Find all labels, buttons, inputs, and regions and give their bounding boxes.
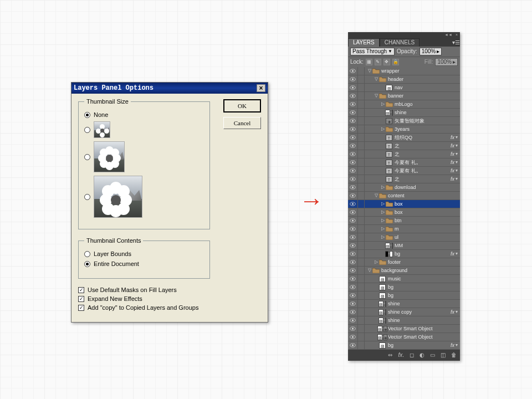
layer-row[interactable]: ▷▨▫shine copyfx▾ [348, 308, 460, 316]
effects-indicator[interactable]: fx [451, 135, 454, 140]
visibility-icon[interactable] [348, 250, 358, 258]
visibility-icon[interactable] [348, 291, 358, 299]
collapse-icon[interactable]: ◄◄ [444, 33, 452, 37]
layer-row[interactable]: ▷▨bg [348, 283, 460, 291]
visibility-icon[interactable] [348, 142, 358, 150]
ok-button[interactable]: OK [223, 99, 261, 112]
effects-indicator[interactable]: fx [451, 343, 454, 348]
visibility-icon[interactable] [348, 150, 358, 158]
visibility-icon[interactable] [348, 267, 358, 274]
entire-document-option[interactable]: Entire Document [84, 260, 204, 267]
layer-row[interactable]: ▷T之fx▾ [348, 142, 460, 150]
layer-row[interactable]: ▷T之fx▾ [348, 175, 460, 183]
visibility-icon[interactable] [348, 167, 358, 175]
layer-row[interactable]: ▷▨bgfx▾ [348, 341, 460, 350]
visibility-icon[interactable] [348, 208, 358, 216]
visibility-icon[interactable] [348, 258, 358, 266]
dialog-titlebar[interactable]: Layers Panel Options × [71, 83, 268, 94]
expand-icon[interactable]: ▷ [380, 102, 385, 106]
visibility-icon[interactable] [348, 333, 358, 341]
visibility-icon[interactable] [348, 158, 358, 166]
delete-layer-icon[interactable]: 🗑 [451, 352, 457, 358]
layer-row[interactable]: ▷▨music [348, 275, 460, 283]
expand-icon[interactable]: ▷ [380, 227, 385, 231]
layer-row[interactable]: ▷btn [348, 217, 460, 225]
blend-mode-select[interactable]: Pass Through ▼ [350, 48, 395, 55]
visibility-icon[interactable] [348, 233, 358, 241]
lock-pixels-icon[interactable]: ✎ [375, 59, 381, 65]
fill-input[interactable]: 100% ▸ [435, 58, 458, 66]
visibility-icon[interactable] [348, 308, 358, 316]
layer-row[interactable]: ▷▨▫MM [348, 242, 460, 250]
effects-indicator[interactable]: fx [451, 160, 454, 165]
effects-expand-icon[interactable]: ▾ [456, 160, 458, 165]
expand-icon[interactable]: ▷ [380, 185, 385, 190]
effects-expand-icon[interactable]: ▾ [456, 144, 458, 148]
tab-channels[interactable]: CHANNELS [380, 38, 420, 47]
layer-row[interactable]: ▷T今夏有 礼。fx▾ [348, 158, 460, 167]
tab-layers[interactable]: LAYERS [348, 38, 380, 47]
expand-icon[interactable]: ▽ [374, 193, 378, 198]
layer-row[interactable]: ▷◈矢量智能对象 [348, 117, 460, 125]
effects-expand-icon[interactable]: ▾ [456, 152, 458, 156]
effects-expand-icon[interactable]: ▾ [456, 177, 458, 181]
visibility-icon[interactable] [348, 283, 358, 291]
visibility-icon[interactable] [348, 100, 358, 108]
effects-indicator[interactable]: fx [451, 177, 454, 182]
expand-icon[interactable]: ▷ [380, 235, 385, 239]
layer-row[interactable]: ▷T今夏有 礼。fx▾ [348, 167, 460, 175]
visibility-icon[interactable] [348, 175, 358, 183]
layer-row[interactable]: ▷▨▫shine [348, 316, 460, 325]
visibility-icon[interactable] [348, 341, 358, 349]
visibility-icon[interactable] [348, 92, 358, 100]
visibility-icon[interactable] [348, 192, 358, 200]
expand-effects-check[interactable]: ✓ Expand New Effects [78, 295, 263, 302]
expand-icon[interactable]: ▽ [374, 94, 378, 98]
layer-row[interactable]: ▷T组织QQfx▾ [348, 134, 460, 142]
new-group-icon[interactable]: ▭ [430, 352, 435, 358]
panel-header-bar[interactable]: ◄◄ × [348, 32, 460, 37]
visibility-icon[interactable] [348, 325, 358, 332]
default-masks-check[interactable]: ✓ Use Default Masks on Fill Layers [78, 287, 263, 293]
layer-list[interactable]: ▽wrapper▽header▷▨nav▽banner▷mbLogo▷▨▫shi… [348, 67, 460, 350]
expand-icon[interactable]: ▷ [374, 260, 378, 264]
visibility-icon[interactable] [348, 134, 358, 141]
expand-icon[interactable]: ▷ [380, 127, 385, 131]
layer-row[interactable]: ▷m [348, 225, 460, 233]
thumb-none-option[interactable]: None [84, 111, 204, 118]
visibility-icon[interactable] [348, 242, 358, 249]
effects-indicator[interactable]: fx [451, 310, 454, 315]
opacity-input[interactable]: 100% ▸ [420, 48, 442, 55]
effects-indicator[interactable]: fx [451, 252, 454, 257]
thumb-large-option[interactable] [84, 176, 204, 218]
layer-row[interactable]: ▷▨▫shine [348, 300, 460, 308]
expand-icon[interactable]: ▷ [380, 218, 385, 223]
close-panel-icon[interactable]: × [456, 33, 458, 37]
effects-expand-icon[interactable]: ▾ [456, 168, 458, 173]
panel-menu-icon[interactable]: ▾☰ [452, 39, 460, 47]
visibility-icon[interactable] [348, 225, 358, 233]
thumb-medium-option[interactable] [84, 141, 204, 172]
layer-row[interactable]: ▷▨▫shine [348, 109, 460, 117]
thumb-small-option[interactable] [84, 121, 204, 138]
lock-transparency-icon[interactable]: ▦ [366, 59, 372, 65]
new-layer-icon[interactable]: ◫ [441, 352, 446, 358]
expand-icon[interactable]: ▽ [374, 77, 378, 81]
visibility-icon[interactable] [348, 67, 358, 75]
visibility-icon[interactable] [348, 217, 358, 224]
effects-indicator[interactable]: fx [451, 168, 454, 173]
layer-row[interactable]: ▷footer [348, 258, 460, 267]
layer-row[interactable]: ▷▨bg [348, 291, 460, 300]
layer-row[interactable]: ▽content [348, 192, 460, 200]
visibility-icon[interactable] [348, 316, 358, 324]
layer-row[interactable]: ▽wrapper [348, 67, 460, 75]
layer-mask-icon[interactable]: ◻ [410, 352, 414, 358]
layer-row[interactable]: ▽header [348, 75, 460, 84]
visibility-icon[interactable] [348, 183, 358, 191]
effects-expand-icon[interactable]: ▾ [456, 135, 458, 140]
layer-row[interactable]: ▷download [348, 183, 460, 192]
visibility-icon[interactable] [348, 117, 358, 125]
effects-expand-icon[interactable]: ▾ [456, 343, 458, 347]
layer-row[interactable]: ▷▨nav [348, 84, 460, 92]
expand-icon[interactable]: ▷ [380, 202, 385, 206]
